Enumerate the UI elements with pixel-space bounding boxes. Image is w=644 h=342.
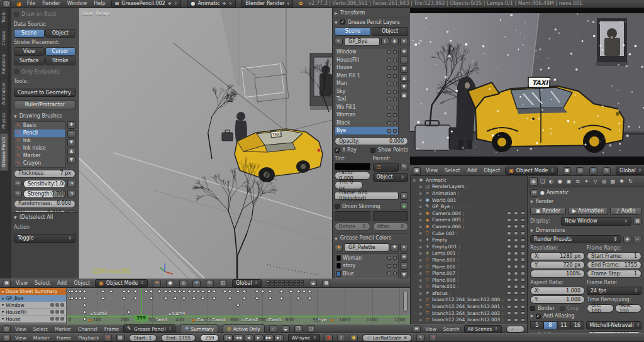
- fake-user-button[interactable]: F: [381, 38, 389, 45]
- sync-icon[interactable]: ⫽: [337, 334, 345, 341]
- visibility-eye-icon[interactable]: [507, 298, 511, 302]
- toolshelf-tab[interactable]: Create: [0, 27, 8, 49]
- onion-before-color[interactable]: [335, 211, 370, 221]
- aa-sample-button[interactable]: 11: [557, 321, 570, 330]
- menu-item[interactable]: Select: [33, 326, 48, 332]
- property-tab[interactable]: ●: [556, 177, 564, 185]
- gp-frame-field[interactable]: Frame: 676 (Unlocked): [335, 192, 399, 200]
- viewport-3d[interactable]: TAXI User Persp (259) neve.001: [79, 8, 332, 279]
- thickness-field[interactable]: Thickness: 7 px: [14, 170, 75, 178]
- renderability-icon[interactable]: [521, 311, 525, 315]
- menu-item[interactable]: Render: [42, 1, 60, 7]
- move-up-button[interactable]: ▲: [67, 148, 75, 155]
- renderability-icon[interactable]: [521, 224, 525, 228]
- visibility-eye-icon[interactable]: [507, 278, 511, 282]
- playback-button[interactable]: ◀◀: [233, 334, 243, 341]
- close-icon[interactable]: ✕: [400, 38, 408, 45]
- keyframe-diamond[interactable]: [242, 289, 247, 293]
- editor-type-dopesheet-icon[interactable]: ◴: [3, 325, 11, 333]
- outliner-row[interactable]: ⊕ Plane.008 |: [411, 277, 527, 284]
- menu-item[interactable]: Marker: [33, 335, 50, 341]
- visibility-eye-icon[interactable]: [507, 238, 511, 242]
- expand-icon[interactable]: ⊕: [413, 178, 416, 182]
- selectability-icon[interactable]: [514, 245, 518, 248]
- placement-surface-button[interactable]: Surface: [14, 57, 45, 65]
- visibility-icon[interactable]: [393, 256, 397, 260]
- visibility-icon[interactable]: [393, 121, 397, 125]
- keyframe-diamond[interactable]: [223, 289, 227, 293]
- expand-icon[interactable]: ⊕: [419, 278, 423, 282]
- remove-color-button[interactable]: −: [400, 262, 408, 270]
- visibility-icon[interactable]: [393, 66, 397, 70]
- copy-keyframes-icon[interactable]: ❐: [294, 325, 303, 333]
- keyframe-diamond[interactable]: [144, 289, 148, 293]
- summary-toggle[interactable]: ❖ Summary: [180, 324, 218, 333]
- menu-item[interactable]: Window: [67, 1, 87, 7]
- lock-icon[interactable]: [387, 113, 391, 117]
- toolshelf-tab[interactable]: Relations: [0, 50, 8, 78]
- lock-icon[interactable]: [387, 256, 391, 260]
- drawing-brushes-panel-header[interactable]: ▼ Drawing Brushes: [14, 113, 75, 119]
- av-sync-select[interactable]: AV-sync⇕: [288, 334, 320, 342]
- outliner-row[interactable]: ⊕ Camera.005 |: [411, 217, 527, 224]
- gp-layer-row[interactable]: Man: [335, 80, 398, 88]
- expand-icon[interactable]: ⊕: [419, 224, 423, 229]
- onion-skinning-checkbox[interactable]: Onion Skinning: [335, 204, 380, 210]
- renderability-icon[interactable]: [521, 278, 525, 282]
- keyframe-diamond[interactable]: [308, 289, 312, 293]
- menu-item[interactable]: File: [27, 1, 35, 7]
- keyframe-diamond[interactable]: [149, 295, 153, 300]
- keyframe-diamond[interactable]: [228, 295, 232, 300]
- deselect-all-panel-header[interactable]: ▼ (De)select All: [14, 214, 75, 221]
- visibility-eye-icon[interactable]: [507, 224, 511, 228]
- playback-button[interactable]: ▶: [254, 334, 264, 341]
- lock-icon[interactable]: [387, 129, 391, 133]
- visibility-eye-icon[interactable]: [507, 231, 511, 235]
- expand-icon[interactable]: ⊕: [419, 204, 423, 209]
- visibility-eye-icon[interactable]: [507, 218, 511, 222]
- expand-icon[interactable]: ⊕: [419, 191, 423, 196]
- property-tab[interactable]: ◍: [600, 177, 608, 185]
- gp-layer-row[interactable]: Man Fill 1: [335, 72, 398, 80]
- toolshelf-tab[interactable]: Physics: [0, 109, 8, 133]
- placement-cursor-button[interactable]: Cursor: [45, 47, 76, 56]
- lock-icon[interactable]: [387, 272, 391, 275]
- selectability-icon[interactable]: [514, 231, 518, 235]
- keyframe-diamond[interactable]: [268, 289, 272, 293]
- selectability-icon[interactable]: [514, 305, 518, 309]
- playback-button[interactable]: |◀: [223, 334, 233, 341]
- placement-stroke-button[interactable]: Stroke: [45, 57, 76, 65]
- menu-item[interactable]: Frame: [104, 326, 119, 332]
- editor-type-info-icon[interactable]: ⓘ: [3, 0, 11, 8]
- editor-type-3dview-icon[interactable]: ▣: [3, 280, 11, 287]
- render-button[interactable]: ▣ Render: [530, 207, 566, 216]
- renderability-icon[interactable]: [521, 231, 525, 235]
- outliner-row[interactable]: ⊕ branch12.264_branch12.003 |: [411, 316, 527, 323]
- expand-icon[interactable]: ⊕: [419, 211, 423, 216]
- keyframe-diamond[interactable]: [279, 289, 284, 293]
- renderability-icon[interactable]: [521, 318, 525, 322]
- keyframe-diamond[interactable]: [149, 289, 153, 293]
- visibility-eye-icon[interactable]: [507, 272, 511, 275]
- aspect-x-field[interactable]: X:1.000: [530, 287, 585, 295]
- menu-item[interactable]: Frame: [57, 335, 71, 341]
- selectability-icon[interactable]: [514, 238, 518, 242]
- renderability-icon[interactable]: [521, 305, 525, 309]
- outliner-row[interactable]: ⊕ Empty.001 |: [411, 243, 527, 250]
- active-only-toggle[interactable]: ◍ Active Only: [223, 324, 265, 333]
- data-source-object-button[interactable]: Object: [45, 29, 76, 38]
- manipulator-translate-icon[interactable]: ✥: [589, 167, 597, 175]
- strength-slider[interactable]: Strength:0.700: [23, 190, 66, 198]
- playback-button[interactable]: ◀: [244, 334, 253, 341]
- renderability-icon[interactable]: [521, 285, 525, 289]
- crop-checkbox[interactable]: Crop: [560, 306, 579, 312]
- transform-panel-header[interactable]: ▶ Transform: [335, 9, 408, 18]
- outliner-row[interactable]: ⊕ Lamp.001 |: [411, 250, 527, 257]
- outliner-row[interactable]: ⊕ Plane.006 |: [411, 263, 527, 270]
- record-button[interactable]: ●: [325, 334, 333, 341]
- close-icon[interactable]: ✕: [228, 1, 232, 6]
- selectability-icon[interactable]: [514, 224, 518, 228]
- gp-layer-row[interactable]: HouseFill: [335, 56, 398, 64]
- keyframe-diamond[interactable]: [308, 295, 312, 300]
- property-tab[interactable]: ❏: [538, 177, 547, 185]
